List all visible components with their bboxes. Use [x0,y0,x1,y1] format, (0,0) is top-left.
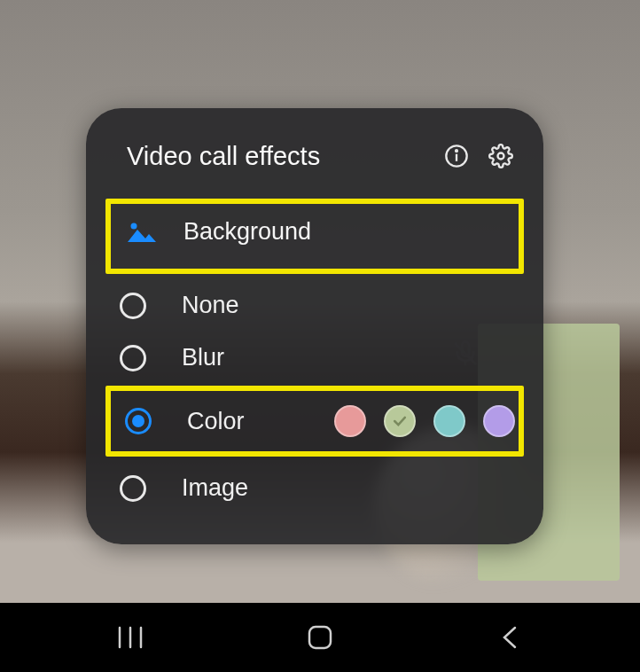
android-navbar [0,603,640,672]
svg-point-5 [131,223,137,229]
color-swatches [334,405,519,437]
panel-title: Video call effects [127,142,430,171]
video-effects-panel: Video call effects Background [86,108,543,544]
radio-blur[interactable] [120,345,146,371]
option-color[interactable]: Color [111,393,519,449]
radio-color[interactable] [125,408,152,434]
background-section-header[interactable]: Background [114,207,515,256]
svg-rect-9 [309,627,331,648]
option-blur-label: Blur [182,344,224,371]
highlight-color-option: Color [105,386,524,457]
svg-point-4 [498,153,504,160]
radio-image[interactable] [120,475,146,502]
background-label: Background [183,218,311,246]
nav-recents[interactable] [86,613,175,662]
swatch-2[interactable] [384,405,416,437]
option-none-label: None [182,292,239,319]
radio-none[interactable] [120,293,146,319]
nav-back[interactable] [465,613,554,662]
swatch-1[interactable] [334,405,366,437]
svg-point-3 [456,150,457,152]
swatch-3[interactable] [433,405,465,437]
option-image[interactable]: Image [105,462,524,514]
option-image-label: Image [182,474,248,502]
option-blur[interactable]: Blur [105,332,524,384]
option-none[interactable]: None [105,279,524,332]
option-color-label: Color [187,408,245,435]
panel-header: Video call effects [105,138,524,174]
image-icon [123,221,159,244]
swatch-4[interactable] [483,405,515,437]
gear-icon[interactable] [483,138,519,174]
highlight-background-section: Background [105,199,524,274]
nav-home[interactable] [276,613,364,662]
info-icon[interactable] [439,138,474,174]
